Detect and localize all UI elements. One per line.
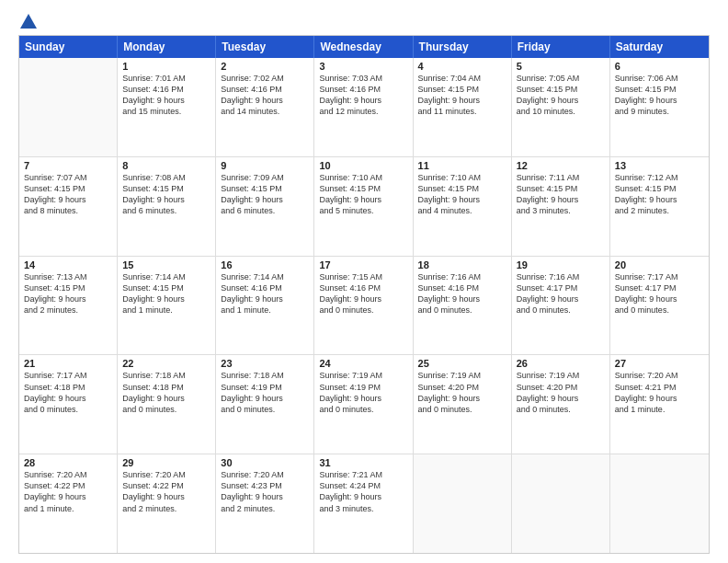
cell-line: and 0 minutes. bbox=[517, 404, 605, 415]
cell-line: and 1 minute. bbox=[221, 304, 309, 316]
page: SundayMondayTuesdayWednesdayThursdayFrid… bbox=[0, 0, 728, 563]
calendar-cell: 5Sunrise: 7:05 AMSunset: 4:15 PMDaylight… bbox=[512, 58, 610, 156]
cell-line: Daylight: 9 hours bbox=[615, 293, 704, 304]
cell-line: Sunrise: 7:20 AM bbox=[615, 370, 704, 381]
calendar-cell: 11Sunrise: 7:10 AMSunset: 4:15 PMDayligh… bbox=[414, 157, 512, 256]
cell-line: Sunrise: 7:02 AM bbox=[221, 73, 309, 84]
weekday-header: Friday bbox=[512, 36, 610, 58]
weekday-header: Wednesday bbox=[314, 36, 413, 58]
cell-line: Sunset: 4:22 PM bbox=[122, 480, 210, 491]
calendar-cell: 23Sunrise: 7:18 AMSunset: 4:19 PMDayligh… bbox=[216, 355, 314, 454]
cell-line: Daylight: 9 hours bbox=[517, 393, 605, 404]
day-number: 2 bbox=[221, 61, 309, 72]
cell-line: Sunrise: 7:17 AM bbox=[615, 271, 704, 282]
cell-line: and 2 minutes. bbox=[615, 205, 704, 216]
calendar-cell: 24Sunrise: 7:19 AMSunset: 4:19 PMDayligh… bbox=[314, 355, 413, 454]
cell-line: and 2 minutes. bbox=[221, 503, 309, 514]
day-number: 4 bbox=[418, 61, 506, 72]
calendar-cell: 8Sunrise: 7:08 AMSunset: 4:15 PMDaylight… bbox=[118, 157, 216, 256]
cell-line: Daylight: 9 hours bbox=[517, 95, 605, 106]
day-number: 10 bbox=[319, 160, 407, 171]
cell-line: Daylight: 9 hours bbox=[517, 293, 605, 304]
cell-line: Daylight: 9 hours bbox=[122, 95, 210, 106]
calendar-header: SundayMondayTuesdayWednesdayThursdayFrid… bbox=[19, 36, 709, 58]
cell-line: Sunrise: 7:18 AM bbox=[221, 370, 309, 381]
cell-line: Sunset: 4:20 PM bbox=[418, 382, 506, 393]
cell-line: and 11 minutes. bbox=[418, 106, 506, 117]
header bbox=[18, 17, 710, 26]
logo-icon bbox=[20, 13, 37, 29]
day-number: 17 bbox=[319, 259, 407, 270]
day-number: 23 bbox=[221, 358, 309, 369]
calendar-cell: 14Sunrise: 7:13 AMSunset: 4:15 PMDayligh… bbox=[19, 257, 118, 355]
weekday-header: Thursday bbox=[414, 36, 512, 58]
day-number: 19 bbox=[517, 259, 605, 270]
calendar-cell: 12Sunrise: 7:11 AMSunset: 4:15 PMDayligh… bbox=[512, 157, 610, 256]
cell-line: and 8 minutes. bbox=[24, 205, 112, 216]
cell-line: and 3 minutes. bbox=[517, 205, 605, 216]
calendar-cell: 29Sunrise: 7:20 AMSunset: 4:22 PMDayligh… bbox=[118, 454, 216, 553]
day-number: 15 bbox=[122, 259, 210, 270]
cell-line: and 6 minutes. bbox=[122, 205, 210, 216]
cell-line: Daylight: 9 hours bbox=[319, 194, 407, 205]
cell-line: Daylight: 9 hours bbox=[319, 293, 407, 304]
cell-line: Sunset: 4:15 PM bbox=[615, 183, 704, 194]
cell-line: Daylight: 9 hours bbox=[221, 393, 309, 404]
day-number: 9 bbox=[221, 160, 309, 171]
cell-line: Sunrise: 7:19 AM bbox=[319, 370, 407, 381]
cell-line: and 1 minute. bbox=[615, 404, 704, 415]
cell-line: Daylight: 9 hours bbox=[615, 194, 704, 205]
cell-line: Daylight: 9 hours bbox=[221, 491, 309, 502]
cell-line: Sunset: 4:24 PM bbox=[319, 480, 407, 491]
cell-line: Sunrise: 7:21 AM bbox=[319, 469, 407, 480]
calendar-row: 1Sunrise: 7:01 AMSunset: 4:16 PMDaylight… bbox=[19, 58, 709, 157]
cell-line: Sunrise: 7:20 AM bbox=[221, 469, 309, 480]
calendar-cell bbox=[512, 454, 610, 553]
cell-line: and 5 minutes. bbox=[319, 205, 407, 216]
day-number: 28 bbox=[24, 457, 112, 468]
cell-line: and 10 minutes. bbox=[517, 106, 605, 117]
calendar-row: 14Sunrise: 7:13 AMSunset: 4:15 PMDayligh… bbox=[19, 257, 709, 356]
calendar-cell: 21Sunrise: 7:17 AMSunset: 4:18 PMDayligh… bbox=[19, 355, 118, 454]
day-number: 13 bbox=[615, 160, 704, 171]
day-number: 5 bbox=[517, 61, 605, 72]
cell-line: and 1 minute. bbox=[24, 503, 112, 514]
cell-line: Sunrise: 7:03 AM bbox=[319, 73, 407, 84]
calendar-cell: 27Sunrise: 7:20 AMSunset: 4:21 PMDayligh… bbox=[610, 355, 709, 454]
cell-line: Sunset: 4:19 PM bbox=[319, 382, 407, 393]
day-number: 31 bbox=[319, 457, 407, 468]
day-number: 7 bbox=[24, 160, 112, 171]
cell-line: Daylight: 9 hours bbox=[24, 293, 112, 304]
cell-line: and 9 minutes. bbox=[615, 106, 704, 117]
day-number: 14 bbox=[24, 259, 112, 270]
calendar-cell: 31Sunrise: 7:21 AMSunset: 4:24 PMDayligh… bbox=[314, 454, 413, 553]
cell-line: Sunset: 4:16 PM bbox=[221, 282, 309, 293]
cell-line: and 0 minutes. bbox=[517, 304, 605, 316]
calendar-cell: 7Sunrise: 7:07 AMSunset: 4:15 PMDaylight… bbox=[19, 157, 118, 256]
cell-line: Sunrise: 7:12 AM bbox=[615, 172, 704, 183]
svg-marker-0 bbox=[20, 14, 37, 29]
cell-line: Sunrise: 7:19 AM bbox=[418, 370, 506, 381]
cell-line: Sunset: 4:15 PM bbox=[517, 183, 605, 194]
calendar-cell: 17Sunrise: 7:15 AMSunset: 4:16 PMDayligh… bbox=[314, 257, 413, 355]
cell-line: and 3 minutes. bbox=[319, 503, 407, 514]
cell-line: Daylight: 9 hours bbox=[221, 194, 309, 205]
cell-line: Sunrise: 7:10 AM bbox=[319, 172, 407, 183]
cell-line: and 0 minutes. bbox=[319, 304, 407, 316]
calendar-cell: 26Sunrise: 7:19 AMSunset: 4:20 PMDayligh… bbox=[512, 355, 610, 454]
calendar-cell: 13Sunrise: 7:12 AMSunset: 4:15 PMDayligh… bbox=[610, 157, 709, 256]
cell-line: and 2 minutes. bbox=[24, 304, 112, 316]
cell-line: Sunset: 4:15 PM bbox=[418, 84, 506, 95]
calendar-cell: 2Sunrise: 7:02 AMSunset: 4:16 PMDaylight… bbox=[216, 58, 314, 156]
cell-line: and 0 minutes. bbox=[418, 404, 506, 415]
cell-line: Daylight: 9 hours bbox=[319, 393, 407, 404]
cell-line: and 15 minutes. bbox=[122, 106, 210, 117]
cell-line: Sunrise: 7:06 AM bbox=[615, 73, 704, 84]
cell-line: and 12 minutes. bbox=[319, 106, 407, 117]
cell-line: Sunset: 4:15 PM bbox=[122, 282, 210, 293]
calendar-body: 1Sunrise: 7:01 AMSunset: 4:16 PMDaylight… bbox=[19, 58, 709, 553]
calendar: SundayMondayTuesdayWednesdayThursdayFrid… bbox=[18, 35, 710, 554]
cell-line: Daylight: 9 hours bbox=[418, 293, 506, 304]
calendar-cell: 22Sunrise: 7:18 AMSunset: 4:18 PMDayligh… bbox=[118, 355, 216, 454]
cell-line: Sunset: 4:15 PM bbox=[418, 183, 506, 194]
